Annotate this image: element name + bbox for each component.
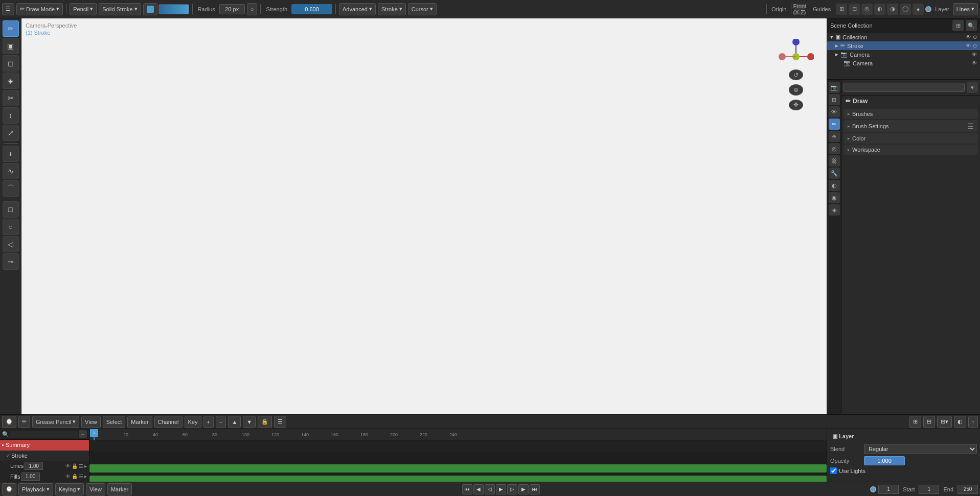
outliner-search[interactable]: 🔍	[966, 20, 977, 31]
outliner-item-stroke[interactable]: ▸ ✏ Stroke 👁 ⊙	[827, 41, 980, 50]
timeline-select-btn[interactable]: Select	[103, 416, 126, 428]
gizmo-pan[interactable]: ✥	[789, 100, 803, 110]
prop-view[interactable]: 👁	[829, 106, 840, 117]
camera2-eye[interactable]: 👁	[972, 60, 977, 66]
viewport-icon5[interactable]: ◑	[887, 4, 898, 15]
prop-constraint[interactable]: ⛓	[829, 155, 840, 167]
tl-right-btn1[interactable]: ⊞	[909, 416, 921, 428]
timeline-row-lines[interactable]: Lines 👁 🔒 ☰ ▸	[0, 461, 89, 471]
end-frame-input[interactable]	[958, 485, 978, 494]
tl-filter-btn[interactable]: ☰	[274, 416, 286, 428]
stroke-btn[interactable]: Stroke ▾	[378, 3, 406, 15]
prop-material[interactable]: ◉	[829, 192, 840, 203]
opacity-input[interactable]	[864, 456, 905, 465]
prop-modifier[interactable]: 🔧	[829, 168, 840, 179]
lines-lock[interactable]: 🔒	[72, 463, 78, 469]
blend-dropdown[interactable]: Regular Multiply Screen Overlay	[864, 444, 977, 454]
tl-right-btn2[interactable]: ⊟	[923, 416, 935, 428]
gizmo-zoom[interactable]: ⊕	[789, 84, 803, 95]
playback-editor-icon[interactable]: ⌚	[2, 483, 16, 495]
prop-physics[interactable]: ◎	[829, 143, 840, 154]
front-view-btn[interactable]: Front (X-Z)	[794, 4, 805, 15]
playback-btn[interactable]: Playback ▾	[18, 483, 53, 495]
timeline-main[interactable]: 1 20 40 60 80 100 120 140 160 180 200 22…	[89, 429, 827, 482]
viewport-icon7[interactable]: ●	[913, 4, 924, 15]
tool-arc[interactable]: ⌒	[3, 180, 19, 197]
timeline-key-btn[interactable]: Key	[185, 416, 201, 428]
props-search-input[interactable]	[844, 83, 965, 92]
prop-output[interactable]: ⊞	[829, 94, 840, 105]
color-swatch-btn[interactable]	[143, 3, 157, 15]
fills-eye[interactable]: 👁	[65, 474, 71, 479]
tool-measure[interactable]: ⊸	[3, 253, 19, 270]
stroke-type[interactable]: Solid Stroke ▾	[99, 3, 141, 15]
tool-cut[interactable]: ✂	[3, 90, 19, 106]
cursor-btn[interactable]: Cursor ▾	[408, 3, 437, 15]
timeline-marker-btn[interactable]: Marker	[127, 416, 152, 428]
fills-lock[interactable]: 🔒	[72, 474, 78, 479]
tool-curve[interactable]: ∿	[3, 163, 19, 179]
collection-eye[interactable]: 👁	[966, 34, 971, 40]
brush-selector[interactable]: Pencil ▾	[70, 3, 97, 15]
lines-onion[interactable]: ☰	[79, 463, 83, 469]
timeline-search-input[interactable]	[10, 431, 78, 438]
prop-shader[interactable]: ◐	[829, 180, 840, 191]
advanced-btn[interactable]: Advanced ▾	[339, 3, 376, 15]
timeline-view-btn[interactable]: View	[81, 416, 101, 428]
radius-input[interactable]	[219, 4, 245, 14]
lines-eye[interactable]: 👁	[65, 463, 71, 469]
fills-more[interactable]: ▸	[84, 474, 87, 479]
viewport-icon1[interactable]: ⊞	[836, 4, 847, 15]
tool-box[interactable]: □	[3, 201, 19, 218]
timeline-row-stroke[interactable]: ✓ Stroke	[0, 451, 89, 461]
tl-search-arrow[interactable]: ↔	[79, 430, 87, 438]
tool-transform[interactable]: ⤢	[3, 125, 19, 141]
collection-sel[interactable]: ⊙	[973, 34, 977, 40]
outliner-item-camera2[interactable]: 📷 Camera 👁	[827, 59, 980, 67]
stroke-eye[interactable]: 👁	[966, 43, 971, 49]
timeline-row-fills[interactable]: Fills 👁 🔒 ☰ ▸	[0, 471, 89, 482]
start-frame-input[interactable]	[919, 485, 939, 494]
tool-fill[interactable]: ▣	[3, 38, 19, 54]
radius-icon[interactable]: ○	[247, 3, 258, 15]
btn-prev-frame[interactable]: ◀	[473, 484, 484, 494]
fills-onion[interactable]: ☰	[79, 474, 83, 479]
playback-view-btn[interactable]: View	[86, 483, 105, 495]
prop-render[interactable]: 📷	[829, 82, 840, 93]
btn-prev-key[interactable]: ◁	[485, 484, 495, 494]
brush-settings-menu[interactable]: ☰	[967, 122, 974, 130]
viewport-icon6[interactable]: ◯	[900, 4, 911, 15]
timeline-row-summary[interactable]: ▸ Summary	[0, 440, 89, 451]
prop-data[interactable]: ◈	[829, 204, 840, 216]
layer-dropdown[interactable]: Lines ▾	[953, 3, 978, 15]
strength-bar[interactable]: 0.600	[291, 4, 332, 14]
tl-lock-btn[interactable]: 🔒	[258, 416, 272, 428]
tl-up-btn[interactable]: ▲	[228, 416, 241, 428]
btn-next-key[interactable]: ▷	[507, 484, 517, 494]
tool-move[interactable]: ↕	[3, 107, 19, 124]
btn-to-start[interactable]: ⏮	[462, 484, 472, 494]
current-frame-input[interactable]	[878, 485, 899, 494]
viewport-icon2[interactable]: ⊟	[849, 4, 860, 15]
mode-selector[interactable]: ✏ Draw Mode ▾	[16, 3, 63, 15]
timeline-mode-icon[interactable]: ✏	[18, 416, 30, 428]
color-header[interactable]: ▸ Color	[844, 133, 978, 144]
prop-particle[interactable]: ※	[829, 131, 840, 142]
outliner-filter[interactable]: ⊞	[952, 20, 964, 31]
tl-minus-btn[interactable]: −	[216, 416, 226, 428]
tl-right-btn3[interactable]: ◐	[954, 416, 966, 428]
tool-erase[interactable]: ◻	[3, 55, 19, 72]
tool-tint[interactable]: ◈	[3, 73, 19, 89]
tool-annotate[interactable]: +	[3, 146, 19, 162]
outliner-item-collection[interactable]: ▾ ▣ Collection 👁 ⊙	[827, 33, 980, 41]
blender-menu[interactable]: ☰	[2, 3, 14, 15]
brushes-header[interactable]: ▸ Brushes	[844, 109, 978, 119]
btn-to-end[interactable]: ⏭	[530, 484, 540, 494]
fills-val-input[interactable]	[21, 473, 40, 481]
lines-more[interactable]: ▸	[84, 463, 87, 469]
viewport[interactable]: Camera-Perspective (1) Stroke ↺ ⊕ ✥	[21, 18, 827, 414]
btn-next-frame[interactable]: ▶	[518, 484, 529, 494]
color-strip[interactable]	[158, 4, 189, 14]
tl-down-btn[interactable]: ▼	[243, 416, 256, 428]
grease-pencil-btn[interactable]: Grease Pencil ▾	[32, 416, 79, 428]
